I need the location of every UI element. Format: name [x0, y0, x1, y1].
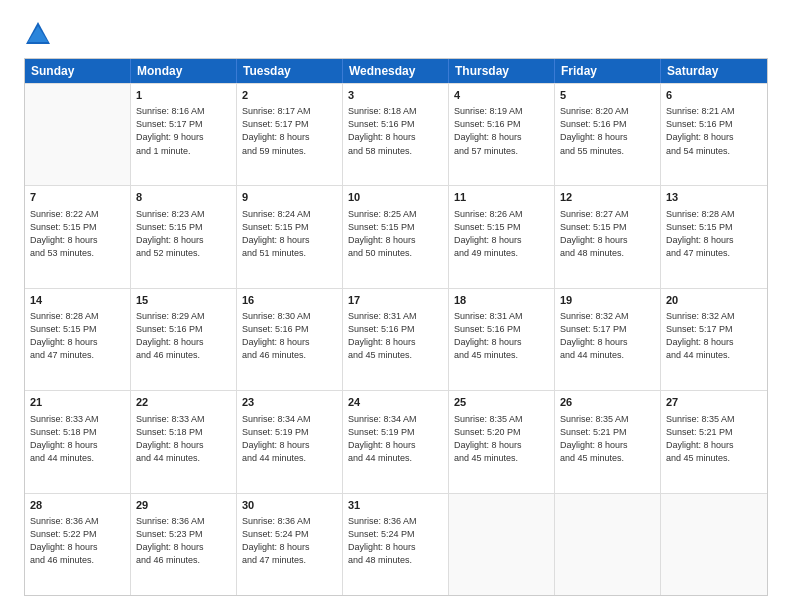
day-number: 6 [666, 88, 762, 103]
day-number: 14 [30, 293, 125, 308]
day-number: 11 [454, 190, 549, 205]
cell-info: Sunrise: 8:17 AMSunset: 5:17 PMDaylight:… [242, 105, 337, 157]
calendar-week-row: 21Sunrise: 8:33 AMSunset: 5:18 PMDayligh… [25, 390, 767, 492]
calendar-cell: 29Sunrise: 8:36 AMSunset: 5:23 PMDayligh… [131, 494, 237, 595]
svg-marker-1 [28, 26, 48, 42]
calendar-header-cell: Wednesday [343, 59, 449, 83]
day-number: 17 [348, 293, 443, 308]
cell-info: Sunrise: 8:30 AMSunset: 5:16 PMDaylight:… [242, 310, 337, 362]
calendar-cell: 31Sunrise: 8:36 AMSunset: 5:24 PMDayligh… [343, 494, 449, 595]
calendar-cell: 25Sunrise: 8:35 AMSunset: 5:20 PMDayligh… [449, 391, 555, 492]
day-number: 2 [242, 88, 337, 103]
cell-info: Sunrise: 8:29 AMSunset: 5:16 PMDaylight:… [136, 310, 231, 362]
cell-info: Sunrise: 8:23 AMSunset: 5:15 PMDaylight:… [136, 208, 231, 260]
cell-info: Sunrise: 8:20 AMSunset: 5:16 PMDaylight:… [560, 105, 655, 157]
calendar-cell: 1Sunrise: 8:16 AMSunset: 5:17 PMDaylight… [131, 84, 237, 185]
cell-info: Sunrise: 8:32 AMSunset: 5:17 PMDaylight:… [560, 310, 655, 362]
day-number: 12 [560, 190, 655, 205]
calendar-cell: 22Sunrise: 8:33 AMSunset: 5:18 PMDayligh… [131, 391, 237, 492]
calendar-header-cell: Friday [555, 59, 661, 83]
calendar-cell: 16Sunrise: 8:30 AMSunset: 5:16 PMDayligh… [237, 289, 343, 390]
cell-info: Sunrise: 8:33 AMSunset: 5:18 PMDaylight:… [136, 413, 231, 465]
cell-info: Sunrise: 8:18 AMSunset: 5:16 PMDaylight:… [348, 105, 443, 157]
day-number: 3 [348, 88, 443, 103]
cell-info: Sunrise: 8:35 AMSunset: 5:21 PMDaylight:… [560, 413, 655, 465]
cell-info: Sunrise: 8:36 AMSunset: 5:22 PMDaylight:… [30, 515, 125, 567]
day-number: 29 [136, 498, 231, 513]
day-number: 20 [666, 293, 762, 308]
calendar: SundayMondayTuesdayWednesdayThursdayFrid… [24, 58, 768, 596]
calendar-cell: 23Sunrise: 8:34 AMSunset: 5:19 PMDayligh… [237, 391, 343, 492]
calendar-header-cell: Thursday [449, 59, 555, 83]
day-number: 5 [560, 88, 655, 103]
day-number: 4 [454, 88, 549, 103]
calendar-header-cell: Monday [131, 59, 237, 83]
calendar-cell: 13Sunrise: 8:28 AMSunset: 5:15 PMDayligh… [661, 186, 767, 287]
day-number: 8 [136, 190, 231, 205]
day-number: 24 [348, 395, 443, 410]
page: SundayMondayTuesdayWednesdayThursdayFrid… [0, 0, 792, 612]
calendar-cell: 10Sunrise: 8:25 AMSunset: 5:15 PMDayligh… [343, 186, 449, 287]
calendar-cell: 26Sunrise: 8:35 AMSunset: 5:21 PMDayligh… [555, 391, 661, 492]
day-number: 22 [136, 395, 231, 410]
calendar-week-row: 7Sunrise: 8:22 AMSunset: 5:15 PMDaylight… [25, 185, 767, 287]
calendar-header-cell: Tuesday [237, 59, 343, 83]
cell-info: Sunrise: 8:35 AMSunset: 5:21 PMDaylight:… [666, 413, 762, 465]
cell-info: Sunrise: 8:25 AMSunset: 5:15 PMDaylight:… [348, 208, 443, 260]
calendar-header-row: SundayMondayTuesdayWednesdayThursdayFrid… [25, 59, 767, 83]
calendar-cell: 7Sunrise: 8:22 AMSunset: 5:15 PMDaylight… [25, 186, 131, 287]
calendar-header-cell: Sunday [25, 59, 131, 83]
calendar-cell: 8Sunrise: 8:23 AMSunset: 5:15 PMDaylight… [131, 186, 237, 287]
cell-info: Sunrise: 8:16 AMSunset: 5:17 PMDaylight:… [136, 105, 231, 157]
day-number: 10 [348, 190, 443, 205]
calendar-cell: 18Sunrise: 8:31 AMSunset: 5:16 PMDayligh… [449, 289, 555, 390]
calendar-week-row: 28Sunrise: 8:36 AMSunset: 5:22 PMDayligh… [25, 493, 767, 595]
cell-info: Sunrise: 8:36 AMSunset: 5:24 PMDaylight:… [348, 515, 443, 567]
cell-info: Sunrise: 8:26 AMSunset: 5:15 PMDaylight:… [454, 208, 549, 260]
cell-info: Sunrise: 8:36 AMSunset: 5:24 PMDaylight:… [242, 515, 337, 567]
calendar-cell: 3Sunrise: 8:18 AMSunset: 5:16 PMDaylight… [343, 84, 449, 185]
day-number: 26 [560, 395, 655, 410]
cell-info: Sunrise: 8:32 AMSunset: 5:17 PMDaylight:… [666, 310, 762, 362]
cell-info: Sunrise: 8:31 AMSunset: 5:16 PMDaylight:… [454, 310, 549, 362]
calendar-cell: 11Sunrise: 8:26 AMSunset: 5:15 PMDayligh… [449, 186, 555, 287]
calendar-cell [25, 84, 131, 185]
day-number: 1 [136, 88, 231, 103]
calendar-cell: 24Sunrise: 8:34 AMSunset: 5:19 PMDayligh… [343, 391, 449, 492]
day-number: 18 [454, 293, 549, 308]
cell-info: Sunrise: 8:19 AMSunset: 5:16 PMDaylight:… [454, 105, 549, 157]
calendar-body: 1Sunrise: 8:16 AMSunset: 5:17 PMDaylight… [25, 83, 767, 595]
cell-info: Sunrise: 8:28 AMSunset: 5:15 PMDaylight:… [666, 208, 762, 260]
calendar-week-row: 1Sunrise: 8:16 AMSunset: 5:17 PMDaylight… [25, 83, 767, 185]
logo [24, 20, 56, 48]
day-number: 30 [242, 498, 337, 513]
cell-info: Sunrise: 8:27 AMSunset: 5:15 PMDaylight:… [560, 208, 655, 260]
cell-info: Sunrise: 8:35 AMSunset: 5:20 PMDaylight:… [454, 413, 549, 465]
day-number: 23 [242, 395, 337, 410]
calendar-cell [449, 494, 555, 595]
calendar-cell: 19Sunrise: 8:32 AMSunset: 5:17 PMDayligh… [555, 289, 661, 390]
day-number: 16 [242, 293, 337, 308]
day-number: 13 [666, 190, 762, 205]
day-number: 28 [30, 498, 125, 513]
day-number: 25 [454, 395, 549, 410]
calendar-cell: 12Sunrise: 8:27 AMSunset: 5:15 PMDayligh… [555, 186, 661, 287]
logo-icon [24, 20, 52, 48]
calendar-cell [555, 494, 661, 595]
calendar-week-row: 14Sunrise: 8:28 AMSunset: 5:15 PMDayligh… [25, 288, 767, 390]
calendar-cell: 27Sunrise: 8:35 AMSunset: 5:21 PMDayligh… [661, 391, 767, 492]
calendar-cell: 28Sunrise: 8:36 AMSunset: 5:22 PMDayligh… [25, 494, 131, 595]
day-number: 7 [30, 190, 125, 205]
calendar-cell: 15Sunrise: 8:29 AMSunset: 5:16 PMDayligh… [131, 289, 237, 390]
cell-info: Sunrise: 8:24 AMSunset: 5:15 PMDaylight:… [242, 208, 337, 260]
cell-info: Sunrise: 8:21 AMSunset: 5:16 PMDaylight:… [666, 105, 762, 157]
day-number: 15 [136, 293, 231, 308]
day-number: 27 [666, 395, 762, 410]
cell-info: Sunrise: 8:22 AMSunset: 5:15 PMDaylight:… [30, 208, 125, 260]
calendar-cell: 9Sunrise: 8:24 AMSunset: 5:15 PMDaylight… [237, 186, 343, 287]
cell-info: Sunrise: 8:28 AMSunset: 5:15 PMDaylight:… [30, 310, 125, 362]
calendar-cell: 6Sunrise: 8:21 AMSunset: 5:16 PMDaylight… [661, 84, 767, 185]
cell-info: Sunrise: 8:34 AMSunset: 5:19 PMDaylight:… [348, 413, 443, 465]
cell-info: Sunrise: 8:36 AMSunset: 5:23 PMDaylight:… [136, 515, 231, 567]
day-number: 19 [560, 293, 655, 308]
